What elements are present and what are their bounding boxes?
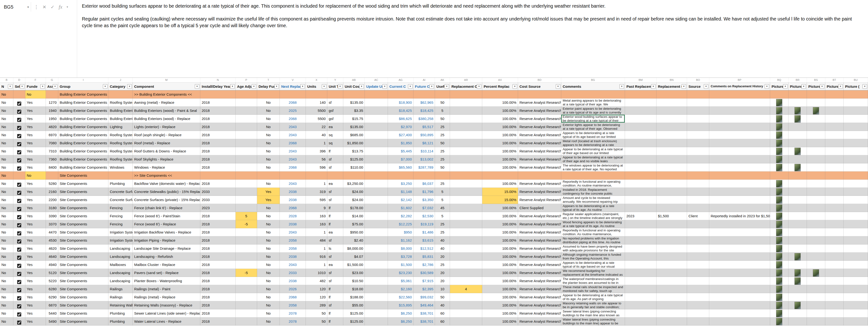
cell-rcost[interactable] bbox=[656, 269, 687, 277]
cell-rhist[interactable] bbox=[709, 107, 770, 115]
cell-install[interactable]: 2018 bbox=[200, 99, 236, 107]
cell-rhist[interactable] bbox=[709, 318, 770, 326]
cell-no[interactable]: No bbox=[0, 147, 13, 155]
cell-life[interactable]: 5 bbox=[435, 196, 450, 204]
cell-funded[interactable]: Yes bbox=[25, 301, 46, 309]
cell-select[interactable] bbox=[13, 188, 25, 196]
cell-component[interactable]: Landscaping - Refurbish bbox=[133, 253, 200, 261]
cell-utype[interactable]: lf bbox=[327, 285, 343, 293]
cell-pct[interactable]: 100.00% bbox=[482, 309, 518, 318]
cell-funded[interactable]: Yes bbox=[25, 261, 46, 269]
filter-icon[interactable]: ▾ bbox=[619, 84, 624, 89]
cell-rsrc[interactable] bbox=[687, 318, 709, 326]
cell-src[interactable]: Reserve Analyst Research bbox=[518, 115, 561, 123]
cell-pic1[interactable] bbox=[770, 163, 788, 171]
cell-pic2[interactable] bbox=[788, 139, 807, 147]
cell-delay[interactable]: No bbox=[257, 107, 280, 115]
cell-ucost[interactable]: $1,850.00 bbox=[343, 139, 365, 147]
cell-comments[interactable]: Metal roof (located at trash enclosure) … bbox=[561, 139, 625, 147]
cell-fut[interactable]: $12,512 bbox=[413, 244, 435, 253]
cell-comments[interactable] bbox=[561, 90, 625, 99]
row-checkbox[interactable] bbox=[17, 264, 21, 268]
column-header-pic2[interactable]: Picture :▾ bbox=[788, 83, 807, 90]
cell-pic3[interactable] bbox=[807, 107, 825, 115]
cell-rhist[interactable] bbox=[709, 179, 770, 188]
cell-component[interactable]: Sewer Lateral Lines (side sewer) - Repla… bbox=[133, 309, 200, 318]
cell-asset[interactable]: 3370 bbox=[46, 220, 58, 228]
cell-src[interactable]: Reserve Analyst Research bbox=[518, 285, 561, 293]
cell-past[interactable] bbox=[625, 163, 656, 171]
cell-comments[interactable]: Exterior wood building surfaces appear t… bbox=[561, 115, 625, 123]
cell-rcost[interactable] bbox=[656, 115, 687, 123]
cell-pct[interactable]: 100.00% bbox=[482, 99, 518, 107]
cell-ucost[interactable]: $4.07 bbox=[343, 253, 365, 261]
cell-fut[interactable]: $10,114 bbox=[413, 147, 435, 155]
cell-asset[interactable]: 8400 bbox=[46, 163, 58, 171]
column-header-funded[interactable]: Funde▾ bbox=[25, 83, 46, 90]
cell-rcost[interactable] bbox=[656, 220, 687, 228]
cell-pic5[interactable] bbox=[844, 99, 868, 107]
row-checkbox[interactable] bbox=[17, 142, 21, 146]
cell-component[interactable]: Roof (asph shingle) - Replace bbox=[133, 131, 200, 139]
cell-src[interactable]: Reserve Analyst Research bbox=[518, 131, 561, 139]
cell-delay[interactable]: No bbox=[257, 318, 280, 326]
cell-group[interactable]: Site Components bbox=[58, 309, 108, 318]
cell-update[interactable] bbox=[365, 196, 388, 204]
column-header-component[interactable]: Component▾ bbox=[133, 83, 200, 90]
cell-rsrc[interactable] bbox=[687, 244, 709, 253]
cell-delay[interactable]: No bbox=[257, 99, 280, 107]
cell-units[interactable]: 596 bbox=[306, 163, 327, 171]
cell-rhist[interactable] bbox=[709, 301, 770, 309]
cell-category[interactable]: Building Exteriors bbox=[108, 107, 133, 115]
column-header-next[interactable]: Next Replace▾ bbox=[280, 83, 306, 90]
column-letter-J[interactable]: J bbox=[108, 78, 133, 82]
cell-pic2[interactable] bbox=[788, 269, 807, 277]
cell-install[interactable]: 2018 bbox=[200, 131, 236, 139]
cell-pic1[interactable] bbox=[770, 179, 788, 188]
column-letter-AC[interactable]: AC bbox=[365, 78, 388, 82]
cell-rsrc[interactable] bbox=[687, 228, 709, 236]
cell-rhist[interactable] bbox=[709, 309, 770, 318]
cell-ucost[interactable]: $125.00 bbox=[343, 309, 365, 318]
cell-update[interactable] bbox=[365, 309, 388, 318]
cell-cycle[interactable] bbox=[450, 171, 482, 179]
cell-cycle[interactable] bbox=[450, 220, 482, 228]
picture-thumbnail[interactable] bbox=[795, 253, 801, 260]
cell-cycle[interactable] bbox=[450, 301, 482, 309]
cell-age[interactable] bbox=[236, 318, 257, 326]
cell-age[interactable] bbox=[236, 115, 257, 123]
cell-src[interactable]: Client Supplied bbox=[518, 204, 561, 212]
column-letter-X[interactable]: X bbox=[306, 78, 327, 82]
cell-cur[interactable]: $15,895 bbox=[388, 301, 413, 309]
picture-thumbnail[interactable] bbox=[776, 286, 782, 293]
row-checkbox[interactable] bbox=[17, 166, 21, 170]
cell-utype[interactable]: sf bbox=[327, 269, 343, 277]
cell-src[interactable]: Reserve Analyst Research bbox=[518, 269, 561, 277]
cell-pic3[interactable] bbox=[807, 179, 825, 188]
cell-units[interactable]: 319 bbox=[306, 188, 327, 196]
cell-fut[interactable]: $3,350 bbox=[413, 196, 435, 204]
cell-comments[interactable]: Metal awning appears to be deteriorating… bbox=[561, 99, 625, 107]
cell-utype[interactable]: lf bbox=[327, 293, 343, 301]
cell-cur[interactable]: $950 bbox=[388, 228, 413, 236]
cell-next[interactable]: 2068 bbox=[280, 139, 306, 147]
cell-update[interactable] bbox=[365, 269, 388, 277]
cell-pic5[interactable] bbox=[844, 293, 868, 301]
cell-asset[interactable]: 4470 bbox=[46, 228, 58, 236]
cell-funded[interactable]: Yes bbox=[25, 99, 46, 107]
column-letter-B[interactable]: B bbox=[0, 78, 13, 82]
cell-past[interactable] bbox=[625, 155, 656, 163]
formula-bar-content[interactable]: Exterior wood building surfaces appear t… bbox=[77, 0, 868, 77]
cell-cycle[interactable] bbox=[450, 131, 482, 139]
row-checkbox[interactable] bbox=[17, 223, 21, 227]
cell-comments[interactable]: These metal rails should be inspected an… bbox=[561, 285, 625, 293]
cell-update[interactable] bbox=[365, 285, 388, 293]
chevron-down-icon[interactable]: ▾ bbox=[27, 5, 29, 9]
cell-select[interactable] bbox=[13, 318, 25, 326]
cell-group[interactable]: Building Exterior Components bbox=[58, 147, 108, 155]
cell-delay[interactable]: No bbox=[257, 115, 280, 123]
cell-pic1[interactable] bbox=[770, 171, 788, 179]
cell-rsrc[interactable] bbox=[687, 220, 709, 228]
cell-cycle[interactable] bbox=[450, 244, 482, 253]
row-checkbox[interactable] bbox=[17, 280, 21, 284]
